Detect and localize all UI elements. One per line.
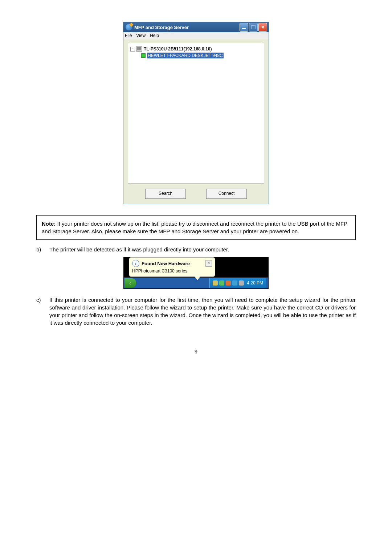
balloon-body: HPPhotosmart C3100 series: [132, 268, 212, 274]
info-icon: i: [132, 260, 139, 267]
client-area: − TL-PS310U-2B5111(192.168.0.10) HEWLETT…: [123, 39, 269, 204]
minimize-button[interactable]: [240, 23, 248, 32]
step-b-marker: b): [36, 246, 44, 253]
device-tree[interactable]: − TL-PS310U-2B5111(192.168.0.10) HEWLETT…: [128, 43, 264, 184]
window-title: MFP and Storage Server: [134, 25, 240, 30]
tray-icon[interactable]: [213, 280, 218, 286]
server-label: TL-PS310U-2B5111(192.168.0.10): [144, 46, 212, 52]
step-c-text: If this printer is connected to your com…: [49, 296, 356, 327]
system-tray: 4:20 PM: [209, 278, 266, 288]
collapse-icon[interactable]: −: [130, 47, 135, 52]
balloon-title: Found New Hardware: [142, 261, 203, 266]
tree-root-row[interactable]: − TL-PS310U-2B5111(192.168.0.10): [130, 46, 262, 52]
balloon-close-button[interactable]: ×: [205, 260, 212, 267]
button-row: Search Connect: [128, 184, 264, 199]
mfp-storage-server-window: MFP and Storage Server ✕ File View Help …: [123, 22, 269, 204]
tray-icon[interactable]: [219, 280, 224, 286]
menu-file[interactable]: File: [125, 33, 132, 38]
close-button[interactable]: ✕: [258, 23, 267, 32]
search-button[interactable]: Search: [145, 189, 186, 199]
menu-bar: File View Help: [123, 32, 269, 39]
printer-label: HEWLETT-PACKARD DESKJET 948C: [147, 53, 224, 58]
connect-button[interactable]: Connect: [206, 189, 247, 199]
note-box: Note: If your printer does not show up o…: [36, 215, 356, 240]
step-b-text: The printer will be detected as if it wa…: [49, 246, 356, 253]
found-new-hardware-balloon: i Found New Hardware × HPPhotosmart C310…: [129, 257, 215, 277]
tray-icon[interactable]: [226, 280, 231, 286]
maximize-button[interactable]: [249, 23, 258, 32]
server-icon: [136, 46, 142, 52]
app-icon: [126, 24, 132, 30]
step-c: c) If this printer is connected to your …: [36, 296, 356, 327]
tray-icon[interactable]: [239, 280, 244, 286]
status-online-icon: [141, 53, 146, 58]
menu-view[interactable]: View: [136, 33, 146, 38]
step-c-marker: c): [36, 296, 44, 327]
titlebar: MFP and Storage Server ✕: [123, 22, 269, 32]
page-number: 9: [29, 348, 363, 354]
start-button[interactable]: ‹: [124, 278, 136, 288]
window-controls: ✕: [240, 23, 267, 32]
note-body: If your printer does not show up on the …: [42, 221, 347, 234]
tray-icon[interactable]: [232, 280, 237, 286]
taskbar-screenshot: i Found New Hardware × HPPhotosmart C310…: [123, 257, 269, 289]
note-title: Note:: [42, 221, 56, 227]
step-b: b) The printer will be detected as if it…: [36, 246, 356, 253]
menu-help[interactable]: Help: [150, 33, 159, 38]
clock: 4:20 PM: [247, 280, 263, 286]
tree-child-row[interactable]: HEWLETT-PACKARD DESKJET 948C: [141, 53, 262, 58]
